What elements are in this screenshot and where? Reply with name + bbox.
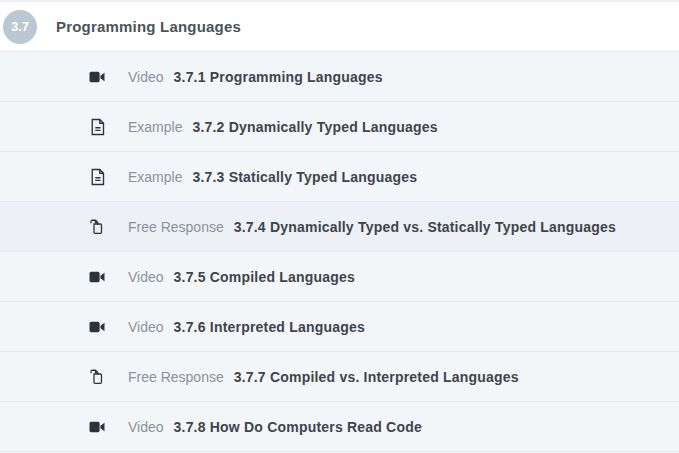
curriculum-section-panel: 3.7 Programming Languages Video 3.7.1 Pr…	[0, 0, 679, 453]
item-type-label: Example	[128, 169, 182, 185]
item-type-label: Free Response	[128, 219, 224, 235]
lesson-row[interactable]: Video 3.7.8 How Do Computers Read Code	[0, 402, 679, 452]
item-type-label: Video	[128, 319, 164, 335]
lesson-row[interactable]: Free Response 3.7.7 Compiled vs. Interpr…	[0, 352, 679, 402]
item-type-label: Free Response	[128, 369, 224, 385]
item-title: 3.7.2 Dynamically Typed Languages	[192, 119, 437, 135]
item-title: 3.7.4 Dynamically Typed vs. Statically T…	[234, 219, 616, 235]
video-icon	[88, 268, 106, 286]
item-type-label: Example	[128, 119, 182, 135]
section-number-badge: 3.7	[3, 10, 37, 44]
document-icon	[88, 118, 106, 136]
copy-icon	[88, 218, 106, 236]
lesson-row[interactable]: Video 3.7.5 Compiled Languages	[0, 252, 679, 302]
lesson-row[interactable]: Example 3.7.3 Statically Typed Languages	[0, 152, 679, 202]
item-type-label: Video	[128, 69, 164, 85]
lesson-row[interactable]: Video 3.7.1 Programming Languages	[0, 52, 679, 102]
video-icon	[88, 318, 106, 336]
section-title: Programming Languages	[56, 18, 241, 35]
item-title: 3.7.3 Statically Typed Languages	[192, 169, 417, 185]
item-title: 3.7.6 Interpreted Languages	[174, 319, 365, 335]
lesson-row[interactable]: Free Response 3.7.4 Dynamically Typed vs…	[0, 202, 679, 252]
item-title: 3.7.1 Programming Languages	[174, 69, 383, 85]
video-icon	[88, 68, 106, 86]
copy-icon	[88, 368, 106, 386]
document-icon	[88, 168, 106, 186]
section-header-row[interactable]: 3.7 Programming Languages	[0, 0, 679, 52]
lesson-row[interactable]: Video 3.7.6 Interpreted Languages	[0, 302, 679, 352]
item-title: 3.7.7 Compiled vs. Interpreted Languages	[234, 369, 519, 385]
lesson-row[interactable]: Example 3.7.2 Dynamically Typed Language…	[0, 102, 679, 152]
item-type-label: Video	[128, 269, 164, 285]
item-type-label: Video	[128, 419, 164, 435]
video-icon	[88, 418, 106, 436]
item-title: 3.7.8 How Do Computers Read Code	[174, 419, 422, 435]
item-title: 3.7.5 Compiled Languages	[174, 269, 355, 285]
